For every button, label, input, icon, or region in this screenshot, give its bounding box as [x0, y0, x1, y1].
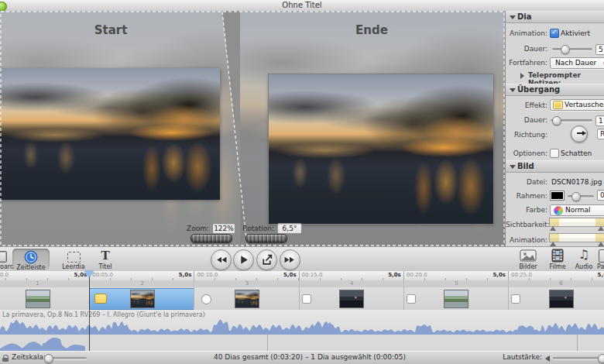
zeitskala-slider-knob[interactable]	[44, 354, 53, 363]
ruler-time-label: 00:10.0	[197, 272, 218, 278]
paletten-icon[interactable]	[599, 249, 604, 263]
transition-badge-square[interactable]	[302, 294, 311, 304]
schatten-checkbox[interactable]	[550, 149, 559, 158]
leerdia-button-label[interactable]: Leerdia	[58, 263, 89, 270]
slide-track[interactable]	[0, 287, 604, 311]
audio-waveform-2	[0, 335, 85, 351]
slide-thumbnail[interactable]	[130, 290, 155, 308]
disclosure-triangle-icon	[510, 15, 516, 19]
audio-track-1[interactable]: La primavera, Op.8 No.1 RV269 – I. Alleg…	[0, 310, 604, 335]
dia-dauer-field[interactable]: 5	[595, 44, 604, 55]
leerdia-icon[interactable]	[67, 252, 81, 263]
ruler-segment: 00:15.05,0s	[299, 271, 404, 280]
panel-header-bild[interactable]: Bild	[506, 160, 604, 173]
farbe-value: Normal	[565, 205, 591, 215]
dial-arrow-icon	[577, 132, 583, 134]
main-toolbar: oard Zeitleiste Leerdia T Titel	[0, 246, 604, 273]
bilder-icon[interactable]	[520, 249, 537, 262]
rahmen-slider-knob[interactable]	[571, 192, 581, 201]
lautstaerke-slider-knob[interactable]	[598, 354, 604, 363]
zoom-value-field[interactable]: 122%	[212, 223, 235, 234]
uebergang-dauer-field[interactable]: 1	[595, 115, 604, 126]
titel-button-label[interactable]: Titel	[90, 263, 121, 270]
transition-badge-square[interactable]	[407, 294, 416, 304]
audio-track-2[interactable]	[0, 335, 604, 352]
transition-badge-square[interactable]	[511, 294, 520, 304]
schatten-checkbox-label: Schatten	[561, 149, 592, 157]
panel-header-uebergang[interactable]: Übergang	[506, 84, 604, 96]
farbe-popup[interactable]: Normal	[550, 204, 604, 216]
effekt-popup[interactable]: Vertauschen	[550, 99, 604, 111]
filme-icon[interactable]	[551, 249, 564, 263]
effekt-label: Effekt:	[506, 101, 547, 109]
richtung-dial[interactable]	[571, 125, 588, 143]
rahmen-colorwell[interactable]	[550, 191, 565, 201]
zeitleiste-button[interactable]: Zeitleiste	[12, 249, 50, 270]
ruler-time-label: 00:00.0	[0, 272, 9, 278]
audio-button-label[interactable]: Audio	[571, 263, 596, 270]
sichtbarkeit-envelope-bar[interactable]	[549, 218, 604, 227]
playhead-marker[interactable]	[84, 271, 94, 277]
richtung-field[interactable]: R	[597, 129, 604, 139]
rahmen-field[interactable]: 0	[597, 190, 604, 201]
window-title: Ohne Titel	[0, 0, 604, 11]
titel-icon[interactable]: T	[99, 249, 112, 262]
slide-number: 5	[403, 280, 509, 287]
app-window: Ohne Titel Start Ende Zoom: 122% Rotatio…	[0, 0, 604, 364]
share-button[interactable]	[256, 249, 277, 270]
transition-badge-yellow[interactable]	[94, 294, 107, 304]
storyboard-icon[interactable]	[0, 251, 7, 263]
slide-thumbnail[interactable]	[549, 290, 574, 308]
envelope-handle-icon[interactable]	[598, 226, 604, 231]
sichtbarkeit-label: Sichtbarkeit:	[506, 221, 547, 228]
audio-icon[interactable]: ♫	[578, 247, 590, 263]
filme-button-label[interactable]: Filme	[545, 263, 570, 270]
status-bar: Zeitskala: 40 Dias gesamt (0:03:20) – 1 …	[0, 351, 604, 364]
panel-header-dia[interactable]: Dia	[506, 11, 604, 23]
inspector-sidebar: Dia Animation: Aktiviert Dauer: 5 Fortfa…	[505, 11, 604, 246]
animation-checkbox[interactable]	[550, 29, 559, 38]
lautstaerke-slider-track[interactable]	[553, 357, 604, 359]
ruler-time-label: 00:25.0	[511, 272, 532, 278]
play-icon	[237, 253, 250, 266]
ruler-segment: 00:25.05,0s	[508, 271, 604, 280]
ruler-segment: 00:10.05,0s	[194, 271, 299, 280]
slide-thumbnail[interactable]	[26, 290, 50, 308]
play-button[interactable]	[233, 249, 254, 270]
ruler-duration-label: 5,0s	[598, 272, 604, 278]
rotation-scrub-wheel[interactable]	[245, 234, 287, 243]
datei-label: Datei:	[506, 178, 547, 186]
start-pane-label: Start	[94, 23, 128, 37]
farbe-label: Farbe:	[506, 206, 547, 214]
dia-dauer-slider-track[interactable]	[552, 48, 592, 50]
uebergang-dauer-slider-knob[interactable]	[552, 116, 561, 125]
rotation-value-field[interactable]: 6,5°	[277, 223, 302, 234]
start-photo[interactable]	[0, 68, 220, 200]
slide-thumbnail[interactable]	[235, 290, 259, 308]
ruler-duration-label: 5,0s	[283, 272, 297, 278]
fast-forward-button[interactable]	[280, 249, 300, 270]
dia-dauer-slider-knob[interactable]	[561, 45, 570, 54]
uebergang-dauer-label: Dauer:	[506, 116, 547, 124]
slide-thumbnail[interactable]	[444, 290, 468, 308]
bilder-button-label[interactable]: Bilder	[516, 263, 541, 270]
speaker-icon	[545, 355, 550, 362]
ruler-segment: 00:05.05,0s	[89, 271, 194, 280]
animation-envelope-bar[interactable]	[549, 233, 604, 242]
ruler-duration-label: 5,0s	[492, 272, 506, 278]
playhead-line[interactable]	[89, 271, 90, 351]
zoom-scrub-wheel[interactable]	[190, 234, 232, 243]
ende-photo[interactable]	[268, 74, 494, 225]
zeitskala-label: Zeitskala:	[12, 353, 46, 361]
lautstaerke-label: Lautstärke:	[496, 353, 542, 361]
ruler-time-label: 00:20.0	[407, 272, 427, 278]
teleprompter-disclosure-icon[interactable]	[520, 73, 524, 79]
clock-icon	[24, 250, 38, 264]
rewind-button[interactable]	[211, 249, 232, 270]
fortfahren-popup[interactable]: Nach Dauer	[550, 57, 604, 69]
lock-icon[interactable]	[2, 355, 9, 362]
paletten-button-label[interactable]: Pa	[597, 263, 604, 270]
optionen-label: Optionen:	[506, 149, 547, 157]
envelope-handle-icon[interactable]	[550, 226, 556, 231]
slide-thumbnail[interactable]	[339, 290, 364, 308]
